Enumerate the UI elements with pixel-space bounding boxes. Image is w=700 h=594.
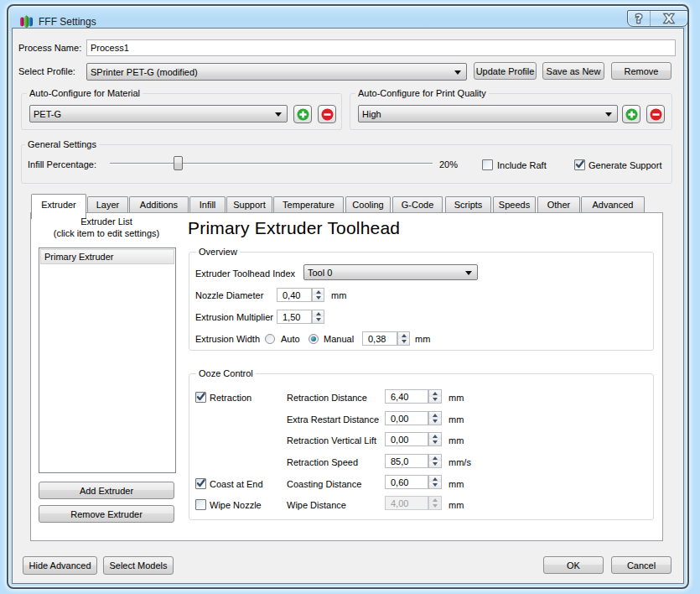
retraction-speed-stepper[interactable]: [428, 454, 442, 468]
select-profile-label: Select Profile:: [18, 66, 75, 77]
add-quality-button[interactable]: [622, 105, 640, 123]
remove-material-button[interactable]: [318, 105, 336, 123]
close-button[interactable]: X: [651, 11, 687, 26]
up-arrow-icon: [433, 456, 438, 460]
spin-down-button[interactable]: [429, 419, 441, 425]
help-button[interactable]: ?: [628, 11, 651, 26]
retraction-speed-input[interactable]: 85,0: [385, 454, 428, 468]
tab-label: Temperature: [283, 200, 334, 210]
spin-down-button[interactable]: [429, 440, 441, 446]
wipe-distance-input[interactable]: 4,00: [385, 496, 428, 510]
process-name-input[interactable]: Process1: [86, 39, 676, 56]
spin-down-button[interactable]: [429, 482, 441, 489]
add-extruder-button[interactable]: Add Extruder: [39, 482, 174, 499]
extrusion-width-stepper[interactable]: [397, 331, 410, 346]
process-name-label: Process Name:: [18, 43, 81, 54]
remove-label: Remove: [625, 66, 659, 76]
generate-support-label: Generate Support: [589, 160, 661, 171]
profile-select[interactable]: SPrinter PET-G (modified): [86, 63, 467, 81]
spin-down-button[interactable]: [313, 317, 324, 324]
down-arrow-icon: [433, 504, 438, 508]
tab-label: Additions: [140, 200, 178, 210]
extrusion-multiplier-stepper[interactable]: [312, 310, 324, 324]
retraction-vertical-lift-stepper[interactable]: [428, 432, 442, 446]
window-title: FFF Settings: [39, 16, 96, 28]
tab-label: Layer: [96, 200, 120, 210]
toolhead-index-select[interactable]: Tool 0: [303, 264, 478, 280]
save-as-new-button[interactable]: Save as New: [542, 62, 604, 80]
retraction-speed-unit: mm/s: [449, 457, 471, 468]
general-settings-legend: General Settings: [25, 139, 99, 150]
wipe-distance-unit: mm: [449, 500, 464, 511]
extra-restart-distance-input[interactable]: 0,00: [385, 411, 428, 425]
extra-restart-distance-label: Extra Restart Distance: [287, 414, 379, 425]
extrusion-multiplier-input[interactable]: 1,50: [277, 310, 312, 324]
auto-quality-legend: Auto-Configure for Print Quality: [355, 88, 489, 99]
cancel-button[interactable]: Cancel: [611, 556, 671, 574]
title-bar[interactable]: FFF Settings ? X: [7, 4, 689, 29]
retraction-checkbox[interactable]: [195, 392, 206, 403]
nozzle-diameter-input[interactable]: 0,40: [277, 288, 312, 302]
tab-label: Infill: [200, 200, 216, 210]
ok-label: OK: [567, 560, 580, 571]
down-arrow-icon: [316, 318, 321, 321]
remove-button[interactable]: Remove: [611, 62, 671, 80]
coasting-distance-stepper[interactable]: [428, 475, 442, 489]
svg-text:X: X: [665, 12, 674, 25]
down-arrow-icon: [433, 462, 438, 466]
select-models-button[interactable]: Select Models: [103, 556, 174, 575]
nozzle-diameter-unit: mm: [331, 290, 346, 301]
spin-down-button[interactable]: [313, 295, 324, 302]
material-select[interactable]: PET-G: [29, 105, 288, 122]
extra-restart-distance-unit: mm: [449, 414, 464, 425]
infill-percentage-value: 20%: [439, 159, 458, 170]
remove-extruder-label: Remove Extruder: [70, 509, 143, 519]
coast-at-end-label: Coast at End: [210, 479, 263, 490]
tab-extruder[interactable]: Extruder: [31, 194, 86, 219]
extra-restart-distance-stepper[interactable]: [428, 411, 442, 425]
list-item[interactable]: Primary Extruder: [40, 249, 174, 264]
infill-percentage-label: Infill Percentage:: [28, 159, 96, 170]
retraction-speed-label: Retraction Speed: [287, 457, 358, 468]
extrusion-width-unit: mm: [415, 334, 430, 345]
down-arrow-icon: [433, 419, 438, 423]
extruder-list[interactable]: Primary Extruder: [39, 248, 176, 473]
include-raft-checkbox[interactable]: [482, 159, 493, 170]
wipe-distance-stepper[interactable]: [428, 496, 442, 510]
coasting-distance-value: 0,60: [391, 477, 408, 487]
remove-extruder-button[interactable]: Remove Extruder: [39, 505, 174, 523]
retraction-distance-input[interactable]: 6,40: [385, 389, 428, 404]
infill-slider-track[interactable]: [110, 163, 433, 164]
extrusion-width-manual-radio[interactable]: [309, 334, 319, 344]
toolhead-index-label: Extruder Toolhead Index: [195, 268, 295, 279]
retraction-label: Retraction: [210, 393, 251, 404]
spin-down-button[interactable]: [429, 461, 441, 468]
wipe-nozzle-checkbox[interactable]: [195, 499, 206, 510]
extrusion-width-auto-radio[interactable]: [265, 334, 275, 344]
infill-slider-handle[interactable]: [174, 156, 183, 170]
spin-down-button[interactable]: [429, 397, 441, 404]
remove-quality-button[interactable]: [646, 105, 665, 123]
retraction-distance-stepper[interactable]: [428, 389, 442, 404]
nozzle-diameter-stepper[interactable]: [312, 288, 324, 302]
extrusion-width-input[interactable]: 0,38: [362, 331, 397, 346]
update-profile-label: Update Profile: [476, 66, 535, 76]
update-profile-button[interactable]: Update Profile: [474, 62, 537, 80]
coast-at-end-checkbox[interactable]: [195, 478, 206, 489]
tab-label: Speeds: [499, 200, 530, 210]
generate-support-checkbox[interactable]: [574, 159, 585, 170]
coasting-distance-input[interactable]: 0,60: [385, 475, 428, 489]
hide-advanced-button[interactable]: Hide Advanced: [23, 556, 97, 575]
up-arrow-icon: [433, 498, 438, 502]
ok-button[interactable]: OK: [543, 556, 604, 574]
spin-down-button[interactable]: [398, 339, 409, 346]
spin-down-button[interactable]: [429, 503, 441, 510]
minus-icon: [321, 108, 334, 121]
add-material-button[interactable]: [293, 105, 312, 123]
quality-select[interactable]: High: [358, 105, 618, 122]
retraction-vertical-lift-input[interactable]: 0,00: [385, 432, 428, 446]
up-arrow-icon: [316, 312, 321, 315]
coasting-distance-unit: mm: [449, 479, 464, 490]
nozzle-diameter-label: Nozzle Diameter: [195, 290, 263, 301]
auto-radio-label: Auto: [281, 334, 300, 345]
